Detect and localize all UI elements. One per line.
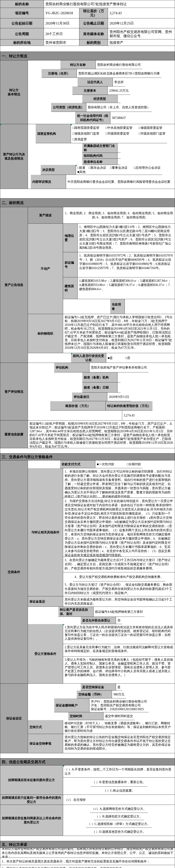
value-consortium: 否: [116, 617, 122, 624]
row-commitment-1: 1、本次资产转让的相关是我方真实意愿表示，我方对该资产拥有完全的处置权且实施不存…: [0, 858, 175, 865]
value-option-extend: （ ）A.不变更条件，按照__个工作日为一个周期延长挂牌，直至征集到意向受让方: [63, 766, 175, 777]
value-internal-review-text: 中共贵阳农商银行委员会会议纪要、贵阳农商银行风险管理委员会会议纪要: [68, 180, 171, 184]
value-quick-value-text: 3,274.43: [124, 413, 135, 417]
value-notice-end: 2020年12月25日: [108, 19, 175, 28]
label-notice-start: 公告起始日期: [0, 19, 44, 28]
value-reg-address: 贵阳市观山湖区长岭北路会展商务区TB-1贵阳农商银行大楼: [77, 69, 161, 78]
label-one-transferee: 挂牌期满后若只征集到一家符合条件的意向受让方: [0, 795, 63, 805]
row-condition-2: 2、为保护交易各方合法利益,转让方在此做出特别提示，意向受让方一旦受让申请且交纳…: [63, 498, 175, 557]
label-notice-end-text: 公告截止日期: [83, 21, 104, 25]
label-sasac: 国资监管机构: [36, 124, 71, 143]
value-quick-value: 3,274.43: [122, 410, 136, 420]
value-company-type-text: 股份有限公司（非上市、自然人投资或控股）: [88, 105, 150, 110]
row-gap-2: [0, 189, 175, 198]
row-subject-name: 标的名称贵阳农村商业银行股份有限公司7处抵债资产整体转让: [0, 0, 175, 8]
label-deposit-terms-text: 保证金交纳事项: [30, 741, 51, 746]
value-condition-4-text: 4、受让方按产权交易机构收费标准向产权交易机构交纳服务费。: [74, 575, 164, 579]
group-label-trade-conditions: 交易条件: [0, 460, 28, 683]
row-option-online-bidding: （√）A.选择网络竞价方式确定受让方。: [90, 805, 148, 813]
value-option-change: （ ）B.变更信息披露条件，重新公告。: [91, 778, 147, 786]
value-condition-2: 2、为保护交易各方合法利益,转让方在此做出特别提示，意向受让方一旦受让申请且交纳…: [63, 498, 175, 557]
value-option-online-bidding: （√）A.选择网络竞价方式确定受让方。: [90, 805, 148, 813]
value-approval-unit: [117, 159, 120, 165]
value-credit-code: 587280637: [110, 112, 128, 124]
group-label-appraisal-text: 资产评估情况: [5, 390, 24, 394]
value-disclosure-text: 权证编号1-2处租户李明国，租期2019年9月16日至2027年9月15日，8年…: [30, 422, 173, 448]
value-qualification-3: 3.受让人不得为：与标的物有利害关系的当事人（包括但不限于：债务人及担保人、债务…: [63, 656, 175, 683]
row-section-5: 五、转让方承诺: [0, 841, 175, 848]
row-company-type: 公司类型（经济性质）股份有限公司（非上市、自然人投资或控股）: [51, 103, 152, 112]
group-label-multi-transferee-text: 挂牌期满后若征集到两家及以上符合条件的意向受让方: [2, 816, 61, 825]
value-commitment-2: 2、我方转让产权的相关行为已履行了相应程序，经过有效的内部决策，并获得相应批准；: [0, 865, 175, 868]
value-commitment-2-text: 2、我方转让产权的相关行为已履行了相应程序，经过有效的内部决策，并获得相应批准；: [2, 866, 125, 868]
row-deposit-required: 是否交纳保证金是: [81, 684, 122, 690]
value-notice-end-text: 2020年12月25日: [109, 21, 134, 25]
value-appraisal-base-date-text: 2020年9月11日: [109, 395, 129, 399]
label-subject-name: 标的名称: [0, 0, 44, 8]
comment-marker-icon: [63, 624, 65, 626]
row-group-dept: 所属集团或主管部门名称: [82, 143, 120, 153]
stack-deposit: 是否交纳保证金是交纳金额（币种）980万元保证金缴纳账户开户行：贵阳农村商业银行…: [28, 684, 175, 753]
label-economy-type-text: 经济类型: [94, 97, 106, 101]
stack-multi-transferee: （√）A.选择网络竞价方式确定受让方。（ ）B.选择拍卖方式确定受让方。（ ）C…: [63, 805, 175, 836]
row-qualification-1: 1.意向受让方应为在中华人民共和国境内依法设立并有效存续的企业法人或具有完全民事…: [63, 624, 175, 644]
label-legal-rep: 法定代表人: [78, 78, 113, 86]
value-floor-price: 3,274.43: [108, 8, 175, 18]
value-approval-agency: [117, 372, 120, 382]
label-asset-status-text: 标的物现状: [38, 332, 53, 336]
value-reg-capital: 239041.25万元: [108, 87, 130, 95]
row-org-code: 组织机构代码: [82, 153, 120, 159]
value-one-transferee-text: （√） 自主报价: [65, 798, 86, 802]
label-floor-area-text: 建筑面积: [65, 284, 76, 292]
label-economy-type: 经济类型: [82, 95, 117, 103]
row-deposit-refund: 保证金返还意向受让方未能成为最终受让方的，所交纳保证金自书面审核确认之日起5个工…: [28, 596, 175, 607]
label-preemptive-right-text: 权利人是否行使优先受让权: [73, 354, 104, 362]
value-option-terminate: （ ）C.终止信息披露。: [102, 786, 136, 795]
gap: [0, 46, 175, 52]
value-option-auction-text: （ ）B.选择拍卖方式确定受让方。: [95, 814, 143, 818]
label-deposit-amount-text: 交纳金额（币种）: [78, 692, 103, 696]
label-deposit-terms: 保证金交纳事项: [28, 734, 63, 753]
value-appraisal-agency-text: 贵阳天创房地产资产评估事务所有限公司: [91, 365, 147, 370]
value-deposit-refund-text: 意向受让方未能成为最终受让方的，所交纳保证金自书面审核确认之日起5个工作日内无息…: [65, 597, 173, 606]
row-deposit-terms: 保证金交纳事项意向受让方按标的转让公告的约定金额交纳保证金至贵州阳光产权交易所指…: [28, 734, 175, 753]
stack-trade-conditions: 价款支付方式■一次性付款 □分期付款与转让相关其他条件1、本项目挂牌公告期间，意…: [28, 460, 175, 683]
group-label-no-transferee-text: 挂牌期满后若未征集到意向受让方: [8, 778, 55, 782]
comment-marker-icon: [0, 124, 2, 126]
label-current-use: 当前用途: [110, 299, 125, 314]
value-location: 贵州省贵阳市: [44, 39, 79, 45]
group-label-transferor-basic-text: 转让方 基本情况: [8, 88, 20, 96]
row-consortium: 是否允许联合体受让否: [81, 617, 122, 624]
value-appraisal-agency: 贵阳天创房地产资产评估事务所有限公司: [90, 363, 149, 372]
section-title-5: 五、转让方承诺: [0, 841, 175, 848]
label-org-code-text: 组织机构代码: [84, 154, 103, 158]
value-sasac-checkboxes: □国务院国资委监管 □中央其他部委监管 □省级国资委监管 □省级其他部门监管 □…: [71, 124, 167, 143]
row-payment-method: 价款支付方式■一次性付款 □分期付款: [60, 460, 143, 468]
label-asset-status: 标的物现状: [28, 314, 63, 353]
value-qualification-2: 2.受让方应具备完全民事行为能力，法律、行政法规或司法解释对受让方资格或条件有特…: [63, 644, 175, 656]
group-appraisal: 资产评估情况评估机构贵阳天创房地产资产评估事务所有限公司核准（备案）机构核准（备…: [0, 363, 175, 421]
label-notice-end: 公告截止日期: [79, 19, 108, 28]
value-geo-location-text: 1、南明区中山西路恒力大厦1幢3层3-0号；2、南明区中山西路恒力大厦1幢2层2…: [79, 225, 173, 250]
value-transferor-name: 贵阳农村商业银行股份有限公司: [96, 60, 142, 69]
value-notice-period-text: 20个工作日: [45, 32, 63, 36]
group-label-no-transferee: 挂牌期满后若未征集到意向受让方: [0, 766, 63, 795]
label-preemptive-right: 权利人是否行使优先受让权: [71, 353, 106, 363]
value-cert-no: 1、筑房权证南明字第010357972号；2、筑房权证南明字第010357970…: [78, 252, 175, 277]
value-commitment-1-text: 1、本次资产转让的相关是我方真实意愿表示，我方对该资产拥有完全的处置权且实施不存…: [2, 859, 150, 864]
row-legal-rep: 法定代表人李忠祥: [78, 78, 125, 87]
label-cert-no: 权证编号: [63, 252, 78, 277]
label-credit-code: 统一社会信用代码（组织机构代码证号）: [75, 112, 110, 124]
label-reg-capital-text: 注册资本: [84, 89, 96, 93]
value-reg-capital-text: 239041.25万元: [109, 89, 129, 93]
section-title-2: 二、标的简况: [0, 198, 175, 207]
group-label-decision: 资产转让行为决策及批准情况: [0, 124, 28, 189]
group-label-deposit: 保证金设定: [0, 684, 28, 753]
row-credit-code: 统一社会信用代码（组织机构代码证号）587280637: [75, 112, 128, 124]
row-section-2: 二、标的简况: [0, 198, 175, 207]
value-reg-address-text: 贵阳市观山湖区长岭北路会展商务区TB-1贵阳农商银行大楼: [78, 71, 160, 75]
label-disclosure-text: 重要信息披露: [5, 432, 24, 436]
label-appraisal-base-date-text: 评估基准日: [74, 395, 89, 399]
row-geo-location: 地理位置1、南明区中山西路恒力大厦1幢3层3-0号；2、南明区中山西路恒力大厦1…: [63, 224, 175, 252]
value-subject-name-text: 贵阳农村商业银行股份有限公司7处抵债资产整体转让: [45, 2, 127, 6]
